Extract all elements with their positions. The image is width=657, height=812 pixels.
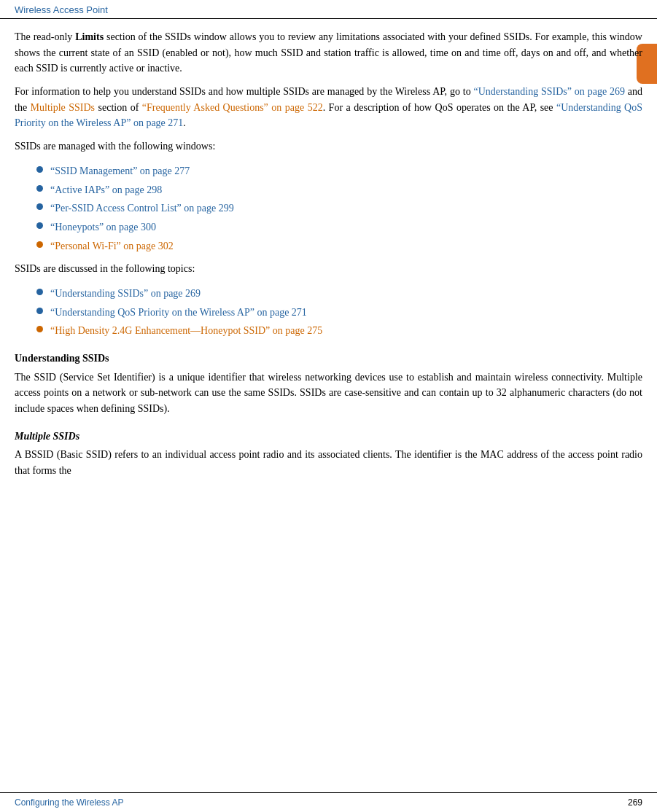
- paragraph-1: The read-only Limits section of the SSID…: [15, 29, 642, 77]
- list-topic-2: “Understanding QoS Priority on the Wirel…: [15, 303, 642, 322]
- top-bar: Wireless Access Point: [0, 0, 657, 19]
- bullet-1: [36, 166, 43, 173]
- bullet-4: [36, 222, 43, 229]
- footer-left: Configuring the Wireless AP: [15, 797, 123, 808]
- bold-limits: Limits: [75, 31, 104, 42]
- footer-right: 269: [628, 797, 642, 808]
- bullet-5: [36, 241, 43, 248]
- list-topic-3: “High Density 2.4G Enhancement—Honeypot …: [15, 321, 642, 340]
- section1-heading: Understanding SSIDs: [15, 351, 642, 367]
- bottom-bar: Configuring the Wireless AP 269: [0, 792, 657, 812]
- bullet-t1: [36, 289, 43, 295]
- list-topics: “Understanding SSIDs” on page 269 “Under…: [15, 284, 642, 340]
- link-understanding-ssids-2[interactable]: “Understanding SSIDs” on page 269: [50, 286, 201, 302]
- page-container: Wireless Access Point The read-only Limi…: [0, 0, 657, 812]
- section1-paragraph: The SSID (Service Set Identifier) is a u…: [15, 370, 642, 417]
- content-area: The read-only Limits section of the SSID…: [0, 19, 657, 493]
- paragraph-4: SSIDs are discussed in the following top…: [15, 261, 642, 277]
- link-per-ssid-acl[interactable]: “Per-SSID Access Control List” on page 2…: [50, 200, 234, 216]
- list-item-1: “SSID Management” on page 277: [15, 162, 642, 181]
- list-managed-windows: “SSID Management” on page 277 “Active IA…: [15, 162, 642, 255]
- link-ssid-management[interactable]: “SSID Management” on page 277: [50, 163, 190, 179]
- paragraph-2: For information to help you understand S…: [15, 84, 642, 131]
- link-personal-wifi[interactable]: “Personal Wi-Fi” on page 302: [50, 238, 174, 254]
- link-active-iaps[interactable]: “Active IAPs” on page 298: [50, 182, 162, 198]
- link-understanding-ssids-1[interactable]: “Understanding SSIDs” on page 269: [473, 86, 624, 97]
- list-item-4: “Honeypots” on page 300: [15, 218, 642, 237]
- section2-heading: Multiple SSIDs: [15, 429, 642, 445]
- paragraph-3: SSIDs are managed with the following win…: [15, 138, 642, 155]
- list-item-3: “Per-SSID Access Control List” on page 2…: [15, 199, 642, 218]
- list-topic-1: “Understanding SSIDs” on page 269: [15, 284, 642, 303]
- bullet-2: [36, 185, 43, 192]
- section2-paragraph: A BSSID (Basic SSID) refers to an indivi…: [15, 447, 642, 478]
- link-high-density[interactable]: “High Density 2.4G Enhancement—Honeypot …: [50, 323, 322, 339]
- list-item-2: “Active IAPs” on page 298: [15, 181, 642, 200]
- list-item-5: “Personal Wi-Fi” on page 302: [15, 237, 642, 256]
- page-title: Wireless Access Point: [15, 4, 108, 15]
- link-qos-priority[interactable]: “Understanding QoS Priority on the Wirel…: [15, 102, 642, 129]
- link-honeypots[interactable]: “Honeypots” on page 300: [50, 219, 156, 235]
- bullet-t3: [36, 326, 43, 332]
- link-faq[interactable]: “Frequently Asked Questions” on page 522: [142, 102, 323, 113]
- link-qos-priority-2[interactable]: “Understanding QoS Priority on the Wirel…: [50, 305, 307, 321]
- bullet-t2: [36, 308, 43, 314]
- bullet-3: [36, 203, 43, 210]
- link-multiple-ssids[interactable]: Multiple SSIDs: [31, 102, 95, 113]
